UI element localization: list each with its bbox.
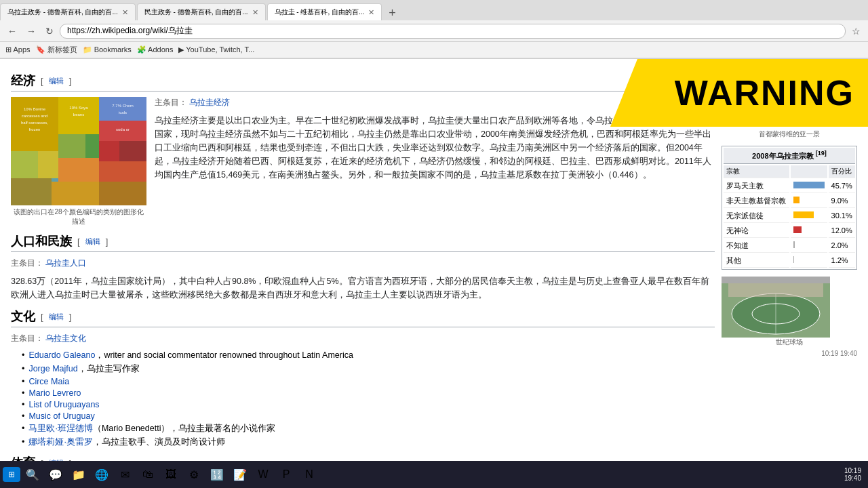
religion-bar	[791, 195, 827, 208]
economy-chart: 10% Bovine carcasses and half carcasses,…	[11, 97, 146, 226]
religion-row: 无神论 12.0%	[724, 224, 855, 238]
economy-content: 10% Bovine carcasses and half carcasses,…	[11, 97, 715, 226]
jorge-majfud-link[interactable]: Jorge Majfud	[28, 364, 77, 373]
population-main-link[interactable]: 乌拉圭人口	[45, 258, 86, 268]
bookmark-youtube[interactable]: ▶ YouTube, Twitch, T...	[178, 45, 254, 54]
tab-1[interactable]: 乌拉圭政务 - 德鲁斯百科, 自由的百... ✕	[0, 3, 136, 20]
economy-edit-link[interactable]: 编辑	[49, 76, 64, 86]
svg-rect-16	[38, 151, 58, 178]
religion-bar	[791, 209, 827, 223]
religion-name: 罗马天主教	[724, 180, 789, 193]
list-item: Jorge Majfud，乌拉圭写作家	[22, 363, 715, 375]
taskbar-mail[interactable]: ✉	[114, 464, 136, 485]
tab-3-close[interactable]: ✕	[368, 8, 374, 17]
taskbar-search[interactable]: 🔍	[22, 464, 43, 485]
taskbar-calculator[interactable]: 🔢	[206, 464, 228, 485]
bookmark-addons[interactable]: 🧩 Addons	[137, 45, 174, 54]
svg-rect-17	[58, 158, 99, 182]
religion-name: 非天主教基督宗教	[724, 195, 789, 208]
svg-text:beans: beans	[73, 113, 84, 117]
culture-main-link[interactable]: 乌拉圭文化	[45, 333, 86, 343]
svg-rect-13	[58, 134, 85, 158]
natalia-oreiro-link[interactable]: 娜塔莉娅·奥雷罗	[28, 437, 92, 447]
religion-name: 其他	[724, 254, 789, 268]
taskbar-photos[interactable]: 🖼	[160, 464, 182, 485]
timestamp: 10:19 19:40	[722, 350, 857, 357]
list-item: List of Uruguayans	[22, 400, 715, 409]
music-of-uruguay-link[interactable]: Music of Uruguay	[28, 411, 94, 421]
tab-1-close[interactable]: ✕	[122, 8, 128, 17]
mario-levrero-link[interactable]: Mario Levrero	[28, 388, 81, 398]
warning-overlay: WARNING	[610, 59, 868, 127]
back-button[interactable]: ←	[4, 24, 20, 38]
religion-pct: 2.0%	[829, 239, 855, 253]
mario-benedetti-link[interactable]: 马里欧·班涅德博	[28, 424, 92, 433]
religion-name: 不知道	[724, 239, 789, 253]
circe-maia-link[interactable]: Circe Maia	[28, 377, 69, 386]
religion-row: 无宗派信徒 30.1%	[724, 209, 855, 223]
reload-button[interactable]: ↻	[42, 24, 57, 38]
svg-rect-8	[99, 97, 146, 121]
taskbar-file-explorer[interactable]: 📁	[68, 464, 90, 485]
religion-table-header: 2008年乌拉圭宗教 [19]	[724, 148, 855, 164]
new-tab-button[interactable]: +	[383, 6, 401, 20]
url-bar[interactable]	[60, 24, 846, 39]
tab-1-label: 乌拉圭政务 - 德鲁斯百科, 自由的百...	[7, 7, 118, 17]
taskbar-powerpoint[interactable]: P	[275, 464, 297, 485]
culture-edit-link[interactable]: 编辑	[49, 312, 64, 322]
tab-2-close[interactable]: ✕	[252, 8, 258, 17]
taskbar-edge[interactable]: 🌐	[91, 464, 113, 485]
list-item: Eduardo Galeano，writer and social commen…	[22, 350, 715, 361]
religion-bar	[791, 224, 827, 238]
tab-2-label: 民主政务 - 德鲁斯百科, 自由的百...	[144, 7, 248, 17]
religion-row: 罗马天主教 45.7%	[724, 180, 855, 193]
svg-rect-21	[11, 178, 52, 205]
svg-rect-18	[99, 141, 119, 161]
svg-rect-39	[728, 283, 823, 297]
taskbar-notepad[interactable]: 📝	[229, 464, 251, 485]
list-item: Circe Maia	[22, 377, 715, 386]
tab-2[interactable]: 民主政务 - 德鲁斯百科, 自由的百... ✕	[137, 3, 266, 20]
religion-pct: 1.2%	[829, 254, 855, 268]
culture-main-article: 主条目： 乌拉圭文化	[11, 333, 715, 344]
population-edit-link[interactable]: 编辑	[85, 237, 100, 247]
nav-bar: ← → ↻ ☆	[0, 20, 868, 42]
list-item: Music of Uruguay	[22, 411, 715, 421]
taskbar-cortana[interactable]: 💬	[45, 464, 66, 485]
bookmark-star[interactable]: ☆	[848, 24, 864, 38]
svg-rect-22	[52, 182, 99, 205]
export-chart: 10% Bovine carcasses and half carcasses,…	[11, 97, 146, 205]
religion-pct: 12.0%	[829, 224, 855, 238]
population-body: 328.63万（2011年，乌拉圭国家统计局），其中白种人占90.8%，印欧混血…	[11, 274, 715, 302]
list-of-uruguayans-link[interactable]: List of Uruguayans	[28, 400, 99, 409]
religion-row: 其他 1.2%	[724, 254, 855, 268]
svg-text:soda or: soda or	[116, 127, 130, 131]
bar-col-header	[791, 165, 827, 178]
bookmark-bookmarks[interactable]: 📁 Bookmarks	[83, 45, 132, 54]
stadium-image	[722, 277, 830, 338]
religion-row: 不知道 2.0%	[724, 239, 855, 253]
tab-3[interactable]: 乌拉圭 - 维基百科, 自由的百... ✕	[267, 3, 382, 20]
bookmark-newtab[interactable]: 🔖 新标签页	[36, 45, 77, 55]
svg-text:frozen: frozen	[29, 127, 41, 131]
taskbar-clock: 10:1919:40	[840, 467, 865, 482]
eduardo-galeano-link[interactable]: Eduardo Galeano	[28, 350, 95, 360]
taskbar-settings[interactable]: ⚙	[183, 464, 205, 485]
religion-pct: 30.1%	[829, 209, 855, 223]
list-item: Mario Levrero	[22, 388, 715, 398]
svg-rect-20	[99, 161, 146, 182]
taskbar-store[interactable]: 🛍	[137, 464, 159, 485]
bookmarks-bar: ⊞ Apps 🔖 新标签页 📁 Bookmarks 🧩 Addons ▶ You…	[0, 42, 868, 58]
right-column: 首都蒙得维的亚一景 2008年乌拉圭宗教 [19]	[715, 66, 857, 474]
taskbar-onenote[interactable]: N	[298, 464, 320, 485]
start-button[interactable]: ⊞	[3, 467, 20, 482]
religion-pct: 9.0%	[829, 195, 855, 208]
economy-main-link[interactable]: 乌拉圭经济	[189, 98, 230, 107]
pct-col-header: 百分比	[829, 165, 855, 178]
taskbar-word[interactable]: W	[252, 464, 274, 485]
svg-text:carcasses and: carcasses and	[22, 114, 48, 118]
browser-chrome: 乌拉圭政务 - 德鲁斯百科, 自由的百... ✕ 民主政务 - 德鲁斯百科, 自…	[0, 0, 868, 59]
svg-rect-15	[11, 151, 38, 178]
bookmark-apps[interactable]: ⊞ Apps	[5, 45, 31, 54]
forward-button[interactable]: →	[23, 24, 39, 38]
